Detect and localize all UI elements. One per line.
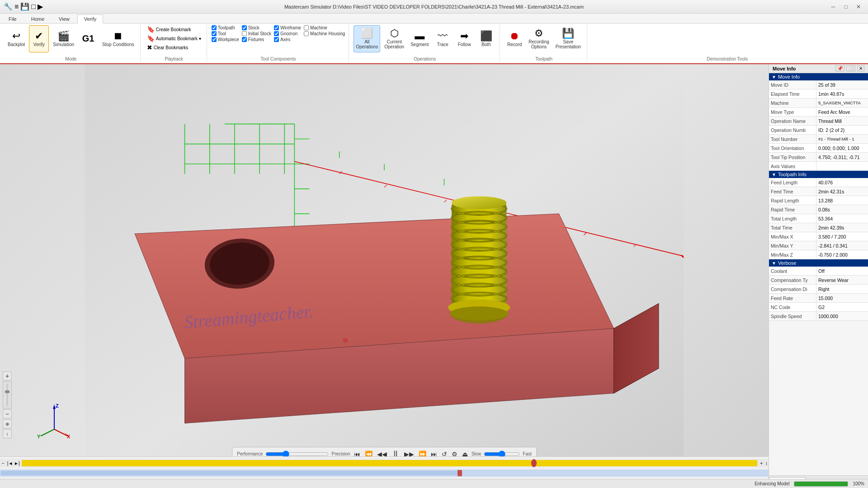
- zoom-fit-button[interactable]: ⊕: [3, 419, 12, 428]
- toolpath-buttons: ⏺ Record ⚙ RecordingOptions 💾 SavePresen…: [505, 25, 583, 56]
- wireframe-checkbox[interactable]: Wireframe: [274, 25, 301, 30]
- tool-orientation-label: Tool Orientation: [769, 144, 816, 152]
- app-icons: 🔧 ≡ 💾 □ ▶: [4, 2, 43, 11]
- checkboxes-col4: Machine Machine Housing: [304, 25, 345, 36]
- verify-icon: ✔: [35, 31, 43, 41]
- both-icon: ⬛: [480, 31, 492, 41]
- minmax-x-value: 3.580 / 7.200: [816, 232, 868, 241]
- spindle-speed-value: 1000.000: [816, 312, 868, 320]
- close-button[interactable]: ✕: [853, 2, 864, 11]
- minmax-z-label: Min/Max Z: [769, 250, 816, 259]
- verify-button[interactable]: ✔ Verify: [29, 25, 49, 52]
- checkboxes-col3: Wireframe Gnomon Axes: [274, 25, 301, 42]
- elapsed-time-value: 1min 40.87s: [816, 89, 868, 98]
- recording-options-button[interactable]: ⚙ RecordingOptions: [526, 25, 552, 52]
- coolant-value: Off: [816, 267, 868, 275]
- info-row-minmax-x: Min/Max X 3.580 / 7.200: [769, 232, 868, 241]
- yellow-fill: [22, 460, 758, 466]
- simulation-button[interactable]: 🎬 Simulation: [51, 25, 76, 52]
- toolpath-info-section-header[interactable]: ▼ Toolpath Info: [769, 171, 868, 178]
- auto-bookmark-button[interactable]: 🔖 Automatic Bookmark ▾: [145, 34, 203, 42]
- fixtures-checkbox[interactable]: Fixtures: [242, 37, 271, 42]
- panel-content: ▼ Move Info Move ID 25 of 39 Elapsed Tim…: [769, 73, 868, 475]
- yellow-progress-bar[interactable]: − |◄ ►| + ↕: [0, 459, 769, 467]
- status-progress-bar: [794, 481, 848, 487]
- workpiece-checkbox[interactable]: Workpiece: [212, 37, 239, 42]
- panel-close-button[interactable]: ✕: [857, 66, 864, 71]
- playback-group-label: Playback: [165, 56, 183, 61]
- backplot-button[interactable]: ↩ Backplot: [5, 25, 27, 52]
- all-operations-button[interactable]: ⬜ AllOperations: [354, 25, 380, 52]
- tab-file[interactable]: File: [2, 14, 24, 23]
- minmax-y-label: Min/Max Y: [769, 241, 816, 250]
- current-op-icon: ⬡: [390, 28, 399, 38]
- trace-button[interactable]: 〰 Trace: [433, 25, 453, 52]
- app-icon-4[interactable]: □: [31, 3, 36, 11]
- move-info-section-header[interactable]: ▼ Move Info: [769, 73, 868, 80]
- operation-name-value: Thread Mill: [816, 117, 868, 125]
- gnomon-checkbox[interactable]: Gnomon: [274, 31, 301, 36]
- segment-button[interactable]: ▬ Segment: [408, 25, 431, 52]
- app-icon-5[interactable]: ▶: [38, 2, 43, 11]
- record-button[interactable]: ⏺ Record: [505, 25, 524, 52]
- tab-verify[interactable]: Verify: [77, 14, 104, 23]
- app-icon-1[interactable]: 🔧: [4, 2, 13, 11]
- tab-home[interactable]: Home: [24, 14, 51, 23]
- rec-options-icon: ⚙: [534, 28, 543, 38]
- tab-view[interactable]: View: [52, 14, 76, 23]
- zoom-controls: + − ⊕ ↕: [3, 371, 12, 438]
- blue-thumb[interactable]: [458, 470, 462, 476]
- elapsed-time-label: Elapsed Time: [769, 89, 816, 98]
- zoom-plus-end[interactable]: +: [758, 461, 764, 466]
- info-row-total-time: Total Time 2min 42.39s: [769, 223, 868, 232]
- stop-conditions-button[interactable]: ⏹ Stop Conditions: [100, 25, 137, 52]
- svg-point-57: [450, 306, 508, 320]
- save-presentation-button[interactable]: 💾 SavePresentation: [553, 25, 583, 52]
- simulation-icon: 🎬: [57, 31, 70, 41]
- info-row-minmax-y: Min/Max Y -2.841 / 0.341: [769, 241, 868, 250]
- create-bookmark-button[interactable]: 🔖 Create Bookmark: [145, 25, 193, 33]
- panel-header: Move Info 📌 ⬜ ✕: [769, 64, 868, 73]
- zoom-out-button[interactable]: −: [3, 409, 12, 418]
- clear-bookmarks-button[interactable]: ✖ Clear Bookmarks: [145, 43, 190, 52]
- both-button[interactable]: ⬛ Both: [476, 25, 496, 52]
- current-operation-button[interactable]: ⬡ CurrentOperation: [382, 25, 406, 52]
- viewport[interactable]: Streamingteacher. Z X Y + −: [0, 64, 769, 488]
- both-label: Both: [481, 42, 491, 47]
- info-row-axis-values: Axis Values: [769, 162, 868, 171]
- zoom-arrows-button[interactable]: ↕: [3, 429, 12, 438]
- minmax-x-label: Min/Max X: [769, 232, 816, 241]
- app-icon-3[interactable]: 💾: [20, 2, 29, 11]
- axes-checkbox[interactable]: Axes: [274, 37, 301, 42]
- prec-label: Precision: [331, 451, 350, 456]
- toolpath-checkbox[interactable]: Toolpath: [212, 25, 239, 30]
- tool-checkbox[interactable]: Tool: [212, 31, 239, 36]
- yellow-thumb[interactable]: [531, 459, 537, 467]
- zoom-minus[interactable]: −: [0, 461, 6, 466]
- spindle-speed-label: Spindle Speed: [769, 312, 816, 320]
- panel-controls: 📌 ⬜ ✕: [835, 66, 864, 71]
- info-row-rapid-time: Rapid Time 0.08s: [769, 205, 868, 214]
- panel-pin-button[interactable]: 📌: [835, 66, 844, 71]
- zoom-in-button[interactable]: +: [3, 371, 12, 380]
- minimize-button[interactable]: ─: [827, 2, 839, 11]
- machine-checkbox[interactable]: Machine: [304, 25, 345, 30]
- feed-rate-label: Feed Rate: [769, 294, 816, 302]
- zoom-slider[interactable]: [3, 381, 12, 408]
- blue-progress-bar[interactable]: [0, 469, 769, 477]
- verify-label: Verify: [33, 42, 45, 47]
- machine-housing-checkbox[interactable]: Machine Housing: [304, 31, 345, 36]
- follow-button[interactable]: ➡ Follow: [454, 25, 474, 52]
- g1-button[interactable]: G1: [78, 25, 98, 52]
- ribbon-tabs: File Home View Verify: [0, 14, 868, 23]
- app-icon-2[interactable]: ≡: [14, 3, 19, 11]
- initial-stock-checkbox[interactable]: Initial Stock: [242, 31, 271, 36]
- verbose-section-header[interactable]: ▼ Verbose: [769, 259, 868, 267]
- follow-icon: ➡: [460, 31, 468, 41]
- maximize-button[interactable]: □: [840, 2, 852, 11]
- stock-checkbox[interactable]: Stock: [242, 25, 271, 30]
- svg-text:Z: Z: [56, 403, 59, 408]
- rapid-time-value: 0.08s: [816, 205, 868, 214]
- main-area: Streamingteacher. Z X Y + −: [0, 64, 868, 488]
- panel-resize-button[interactable]: ⬜: [846, 66, 855, 71]
